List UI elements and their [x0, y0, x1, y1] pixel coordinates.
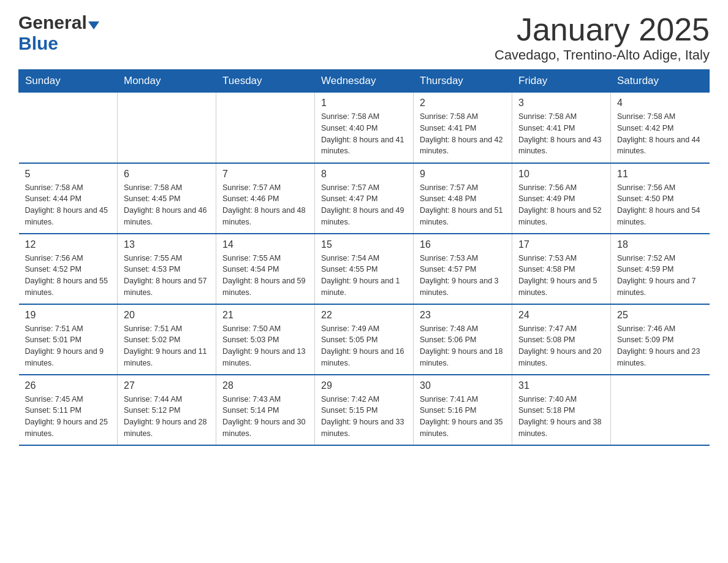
day-number: 4: [617, 98, 703, 109]
day-info: Sunrise: 7:58 AM Sunset: 4:44 PM Dayligh…: [25, 182, 112, 228]
day-info: Sunrise: 7:56 AM Sunset: 4:52 PM Dayligh…: [25, 253, 112, 299]
page-header: General Blue January 2025 Cavedago, Tren…: [18, 12, 710, 63]
day-number: 6: [124, 169, 210, 180]
day-info: Sunrise: 7:58 AM Sunset: 4:41 PM Dayligh…: [518, 111, 604, 157]
weekday-header-saturday: Saturday: [611, 70, 710, 93]
day-info: Sunrise: 7:57 AM Sunset: 4:46 PM Dayligh…: [222, 182, 308, 228]
calendar-week-row: 19Sunrise: 7:51 AM Sunset: 5:01 PM Dayli…: [19, 304, 710, 375]
day-info: Sunrise: 7:50 AM Sunset: 5:03 PM Dayligh…: [222, 323, 308, 369]
weekday-header-monday: Monday: [118, 70, 216, 93]
calendar-cell: 27Sunrise: 7:44 AM Sunset: 5:12 PM Dayli…: [118, 375, 216, 445]
calendar-cell: 20Sunrise: 7:51 AM Sunset: 5:02 PM Dayli…: [118, 304, 216, 375]
day-info: Sunrise: 7:42 AM Sunset: 5:15 PM Dayligh…: [321, 394, 407, 440]
calendar-cell: 5Sunrise: 7:58 AM Sunset: 4:44 PM Daylig…: [19, 163, 118, 234]
day-number: 3: [518, 98, 604, 109]
day-number: 26: [25, 380, 112, 391]
calendar-cell: 29Sunrise: 7:42 AM Sunset: 5:15 PM Dayli…: [315, 375, 414, 445]
calendar-week-row: 1Sunrise: 7:58 AM Sunset: 4:40 PM Daylig…: [19, 93, 710, 163]
calendar-cell: 23Sunrise: 7:48 AM Sunset: 5:06 PM Dayli…: [414, 304, 512, 375]
day-info: Sunrise: 7:55 AM Sunset: 4:53 PM Dayligh…: [124, 253, 210, 299]
calendar-cell: 25Sunrise: 7:46 AM Sunset: 5:09 PM Dayli…: [611, 304, 710, 375]
day-number: 16: [420, 239, 506, 250]
day-info: Sunrise: 7:45 AM Sunset: 5:11 PM Dayligh…: [25, 394, 112, 440]
day-number: 5: [25, 169, 112, 180]
weekday-header-row: SundayMondayTuesdayWednesdayThursdayFrid…: [19, 70, 710, 93]
calendar-cell: 17Sunrise: 7:53 AM Sunset: 4:58 PM Dayli…: [512, 234, 611, 304]
weekday-header-tuesday: Tuesday: [216, 70, 315, 93]
calendar-cell: 9Sunrise: 7:57 AM Sunset: 4:48 PM Daylig…: [414, 163, 512, 234]
calendar-cell: 21Sunrise: 7:50 AM Sunset: 5:03 PM Dayli…: [216, 304, 315, 375]
calendar-cell: 18Sunrise: 7:52 AM Sunset: 4:59 PM Dayli…: [611, 234, 710, 304]
calendar-cell: 11Sunrise: 7:56 AM Sunset: 4:50 PM Dayli…: [611, 163, 710, 234]
day-number: 1: [321, 98, 407, 109]
day-info: Sunrise: 7:57 AM Sunset: 4:47 PM Dayligh…: [321, 182, 407, 228]
day-info: Sunrise: 7:49 AM Sunset: 5:05 PM Dayligh…: [321, 323, 407, 369]
weekday-header-wednesday: Wednesday: [315, 70, 414, 93]
day-number: 11: [617, 169, 703, 180]
calendar-week-row: 5Sunrise: 7:58 AM Sunset: 4:44 PM Daylig…: [19, 163, 710, 234]
calendar-cell: 26Sunrise: 7:45 AM Sunset: 5:11 PM Dayli…: [19, 375, 118, 445]
day-number: 9: [420, 169, 506, 180]
day-info: Sunrise: 7:51 AM Sunset: 5:02 PM Dayligh…: [124, 323, 210, 369]
day-info: Sunrise: 7:53 AM Sunset: 4:58 PM Dayligh…: [518, 253, 604, 299]
calendar-week-row: 12Sunrise: 7:56 AM Sunset: 4:52 PM Dayli…: [19, 234, 710, 304]
calendar-cell: 6Sunrise: 7:58 AM Sunset: 4:45 PM Daylig…: [118, 163, 216, 234]
day-info: Sunrise: 7:57 AM Sunset: 4:48 PM Dayligh…: [420, 182, 506, 228]
day-info: Sunrise: 7:58 AM Sunset: 4:45 PM Dayligh…: [124, 182, 210, 228]
day-number: 21: [222, 310, 308, 321]
day-number: 15: [321, 239, 407, 250]
day-info: Sunrise: 7:43 AM Sunset: 5:14 PM Dayligh…: [222, 394, 308, 440]
day-info: Sunrise: 7:41 AM Sunset: 5:16 PM Dayligh…: [420, 394, 506, 440]
logo-blue-text: Blue: [18, 33, 58, 54]
day-info: Sunrise: 7:58 AM Sunset: 4:41 PM Dayligh…: [420, 111, 506, 157]
day-number: 28: [222, 380, 308, 391]
calendar-week-row: 26Sunrise: 7:45 AM Sunset: 5:11 PM Dayli…: [19, 375, 710, 445]
day-info: Sunrise: 7:46 AM Sunset: 5:09 PM Dayligh…: [617, 323, 703, 369]
day-number: 18: [617, 239, 703, 250]
day-info: Sunrise: 7:58 AM Sunset: 4:42 PM Dayligh…: [617, 111, 703, 157]
calendar-title: January 2025: [495, 12, 710, 47]
calendar-cell: 3Sunrise: 7:58 AM Sunset: 4:41 PM Daylig…: [512, 93, 611, 163]
day-number: 20: [124, 310, 210, 321]
calendar-cell: 1Sunrise: 7:58 AM Sunset: 4:40 PM Daylig…: [315, 93, 414, 163]
calendar-cell: 24Sunrise: 7:47 AM Sunset: 5:08 PM Dayli…: [512, 304, 611, 375]
day-info: Sunrise: 7:55 AM Sunset: 4:54 PM Dayligh…: [222, 253, 308, 299]
day-info: Sunrise: 7:51 AM Sunset: 5:01 PM Dayligh…: [25, 323, 112, 369]
calendar-cell: [216, 93, 315, 163]
day-number: 25: [617, 310, 703, 321]
day-number: 12: [25, 239, 112, 250]
calendar-cell: [611, 375, 710, 445]
day-number: 2: [420, 98, 506, 109]
calendar-subtitle: Cavedago, Trentino-Alto Adige, Italy: [495, 47, 710, 63]
calendar-cell: 15Sunrise: 7:54 AM Sunset: 4:55 PM Dayli…: [315, 234, 414, 304]
weekday-header-friday: Friday: [512, 70, 611, 93]
calendar-cell: 16Sunrise: 7:53 AM Sunset: 4:57 PM Dayli…: [414, 234, 512, 304]
calendar-cell: 2Sunrise: 7:58 AM Sunset: 4:41 PM Daylig…: [414, 93, 512, 163]
day-info: Sunrise: 7:53 AM Sunset: 4:57 PM Dayligh…: [420, 253, 506, 299]
title-section: January 2025 Cavedago, Trentino-Alto Adi…: [495, 12, 710, 63]
day-number: 23: [420, 310, 506, 321]
day-number: 7: [222, 169, 308, 180]
day-info: Sunrise: 7:40 AM Sunset: 5:18 PM Dayligh…: [518, 394, 604, 440]
calendar-cell: 8Sunrise: 7:57 AM Sunset: 4:47 PM Daylig…: [315, 163, 414, 234]
calendar-cell: 14Sunrise: 7:55 AM Sunset: 4:54 PM Dayli…: [216, 234, 315, 304]
calendar-cell: [19, 93, 118, 163]
calendar-cell: 13Sunrise: 7:55 AM Sunset: 4:53 PM Dayli…: [118, 234, 216, 304]
day-info: Sunrise: 7:52 AM Sunset: 4:59 PM Dayligh…: [617, 253, 703, 299]
weekday-header-sunday: Sunday: [19, 70, 118, 93]
day-number: 10: [518, 169, 604, 180]
day-info: Sunrise: 7:44 AM Sunset: 5:12 PM Dayligh…: [124, 394, 210, 440]
day-info: Sunrise: 7:47 AM Sunset: 5:08 PM Dayligh…: [518, 323, 604, 369]
day-number: 13: [124, 239, 210, 250]
day-number: 14: [222, 239, 308, 250]
day-number: 30: [420, 380, 506, 391]
day-number: 17: [518, 239, 604, 250]
day-info: Sunrise: 7:58 AM Sunset: 4:40 PM Dayligh…: [321, 111, 407, 157]
calendar-cell: 31Sunrise: 7:40 AM Sunset: 5:18 PM Dayli…: [512, 375, 611, 445]
calendar-cell: 22Sunrise: 7:49 AM Sunset: 5:05 PM Dayli…: [315, 304, 414, 375]
calendar-cell: [118, 93, 216, 163]
day-info: Sunrise: 7:48 AM Sunset: 5:06 PM Dayligh…: [420, 323, 506, 369]
calendar-cell: 30Sunrise: 7:41 AM Sunset: 5:16 PM Dayli…: [414, 375, 512, 445]
day-info: Sunrise: 7:56 AM Sunset: 4:50 PM Dayligh…: [617, 182, 703, 228]
calendar-cell: 12Sunrise: 7:56 AM Sunset: 4:52 PM Dayli…: [19, 234, 118, 304]
